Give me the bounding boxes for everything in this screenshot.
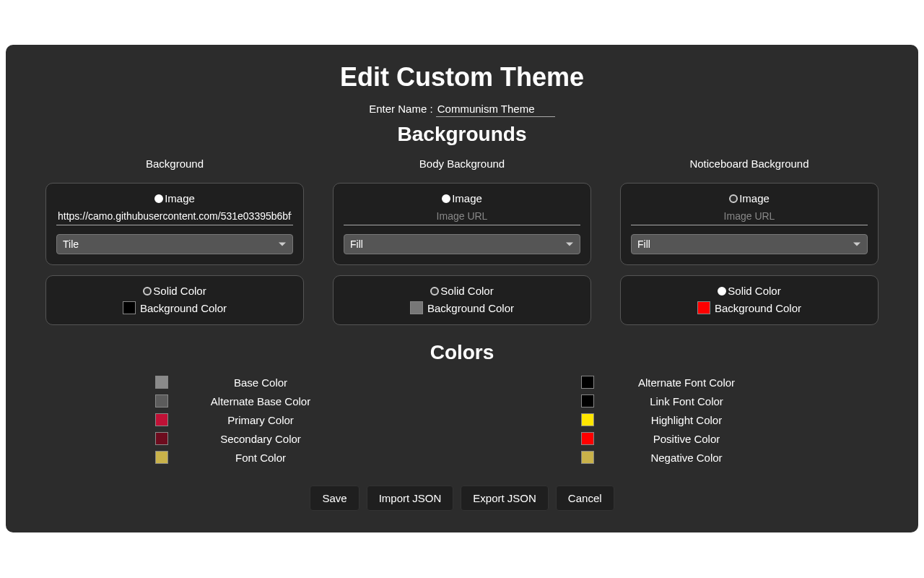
color-label: Base Color — [178, 376, 343, 389]
color-row: Link Font Color — [581, 394, 769, 407]
solid-label: Solid Color — [153, 285, 206, 297]
colors-left-column: Base Color Alternate Base Color Primary … — [155, 376, 343, 470]
color-label: Secondary Color — [178, 433, 343, 445]
font-color-swatch[interactable] — [155, 451, 168, 464]
button-row: Save Import JSON Export JSON Cancel — [6, 486, 918, 511]
background-mode-image-radio[interactable] — [154, 194, 163, 203]
color-row: Negative Color — [581, 451, 769, 464]
color-label: Alternate Font Color — [604, 376, 769, 389]
negative-color-swatch[interactable] — [581, 451, 594, 464]
body-background-solid-swatch[interactable] — [410, 301, 423, 314]
theme-editor-panel: Edit Custom Theme Enter Name : Backgroun… — [6, 45, 918, 532]
noticeboard-background-image-url-input[interactable] — [631, 209, 868, 225]
color-row: Base Color — [155, 376, 343, 389]
solid-label: Solid Color — [440, 285, 493, 297]
image-label: Image — [165, 192, 195, 204]
primary-color-swatch[interactable] — [155, 413, 168, 426]
background-mode-solid-radio[interactable] — [143, 287, 152, 296]
noticeboard-background-mode-image-radio[interactable] — [729, 194, 738, 203]
name-row: Enter Name : — [6, 101, 918, 117]
colors-grid: Base Color Alternate Base Color Primary … — [6, 376, 918, 470]
noticeboard-background-fill-select[interactable]: Fill — [631, 234, 868, 254]
background-image-url-input[interactable] — [56, 209, 293, 225]
background-solid-card: Solid Color Background Color — [45, 275, 304, 325]
base-color-swatch[interactable] — [155, 376, 168, 389]
background-color-label: Background Color — [427, 302, 514, 314]
color-row: Positive Color — [581, 432, 769, 445]
body-background-image-card: Image Fill — [333, 183, 591, 265]
export-json-button[interactable]: Export JSON — [461, 486, 549, 511]
secondary-color-swatch[interactable] — [155, 432, 168, 445]
background-image-card: Image Tile — [45, 183, 304, 265]
link-font-color-swatch[interactable] — [581, 394, 594, 407]
noticeboard-background-column: Noticeboard Background Image Fill Solid … — [620, 158, 879, 335]
color-row: Primary Color — [155, 413, 343, 426]
color-label: Positive Color — [604, 433, 769, 445]
body-background-fill-select[interactable]: Fill — [344, 234, 580, 254]
save-button[interactable]: Save — [310, 486, 359, 511]
highlight-color-swatch[interactable] — [581, 413, 594, 426]
noticeboard-background-solid-swatch[interactable] — [697, 301, 710, 314]
backgrounds-heading: Backgrounds — [6, 123, 918, 146]
backgrounds-grid: Background Image Tile Solid Color — [6, 158, 918, 335]
body-background-image-url-input[interactable] — [344, 209, 580, 225]
positive-color-swatch[interactable] — [581, 432, 594, 445]
color-label: Alternate Base Color — [178, 395, 343, 407]
import-json-button[interactable]: Import JSON — [367, 486, 454, 511]
solid-label: Solid Color — [728, 285, 780, 297]
alternate-font-color-swatch[interactable] — [581, 376, 594, 389]
noticeboard-background-solid-card: Solid Color Background Color — [620, 275, 879, 325]
image-label: Image — [739, 192, 770, 204]
cancel-button[interactable]: Cancel — [556, 486, 614, 511]
background-fill-select[interactable]: Tile — [56, 234, 293, 254]
color-label: Highlight Color — [604, 414, 769, 426]
image-label: Image — [452, 192, 482, 204]
colors-right-column: Alternate Font Color Link Font Color Hig… — [581, 376, 769, 470]
color-row: Secondary Color — [155, 432, 343, 445]
noticeboard-background-mode-solid-radio[interactable] — [718, 287, 726, 296]
background-color-label: Background Color — [715, 302, 801, 314]
body-background-solid-card: Solid Color Background Color — [333, 275, 591, 325]
theme-name-input[interactable] — [436, 101, 555, 117]
noticeboard-background-image-card: Image Fill — [620, 183, 879, 265]
body-background-column: Body Background Image Fill Solid Color — [333, 158, 591, 335]
color-row: Font Color — [155, 451, 343, 464]
background-solid-swatch[interactable] — [123, 301, 136, 314]
color-label: Link Font Color — [604, 395, 769, 407]
body-background-column-title: Body Background — [333, 158, 591, 170]
colors-heading: Colors — [6, 341, 918, 364]
noticeboard-background-column-title: Noticeboard Background — [620, 158, 879, 170]
color-label: Primary Color — [178, 414, 343, 426]
name-label: Enter Name : — [369, 103, 432, 115]
body-background-mode-solid-radio[interactable] — [430, 287, 439, 296]
background-color-label: Background Color — [140, 302, 227, 314]
color-label: Negative Color — [604, 452, 769, 464]
background-column: Background Image Tile Solid Color — [45, 158, 304, 335]
color-row: Alternate Font Color — [581, 376, 769, 389]
color-row: Alternate Base Color — [155, 394, 343, 407]
body-background-mode-image-radio[interactable] — [442, 194, 450, 203]
color-label: Font Color — [178, 452, 343, 464]
background-column-title: Background — [45, 158, 304, 170]
alternate-base-color-swatch[interactable] — [155, 394, 168, 407]
color-row: Highlight Color — [581, 413, 769, 426]
page-title: Edit Custom Theme — [6, 62, 918, 92]
